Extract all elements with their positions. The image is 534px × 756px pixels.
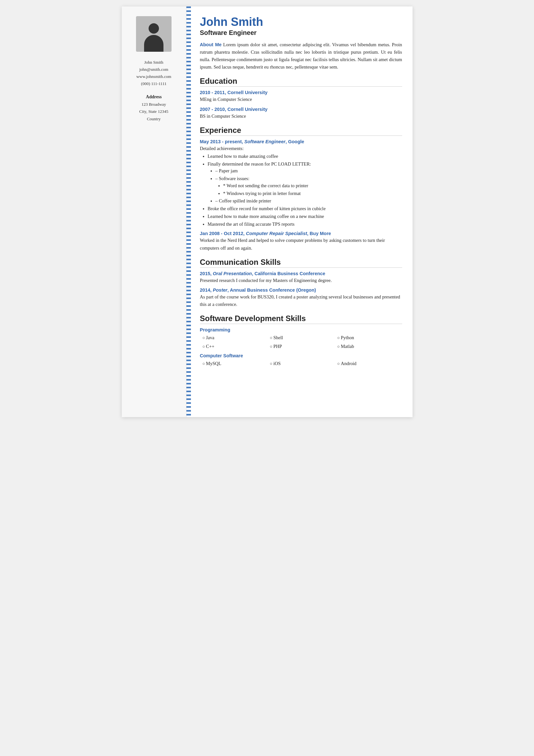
exp-1-star-2: Windows trying to print in letter format	[223, 190, 402, 197]
dotted-divider	[187, 7, 191, 417]
skills-programming-title: Programming	[200, 327, 402, 333]
skills-programming-grid: Java Shell Python C++ PHP Matlab	[203, 334, 402, 350]
exp-1-bullet-4: Learned how to make more amazing coffee …	[208, 213, 402, 220]
education-entry-1: 2010 - 2011, Cornell University MEng in …	[200, 90, 402, 103]
edu-2-title: 2007 - 2010, Cornell University	[200, 107, 402, 112]
sidebar: John Smith john@smith.com www.johnsmith.…	[122, 7, 187, 417]
exp-1-star-list: Word not sending the correct data to pri…	[223, 182, 402, 197]
comm-1-title: 2015, Oral Presentation, California Busi…	[200, 271, 402, 276]
sidebar-website: www.johnsmith.com	[136, 73, 171, 80]
skills-heading: Software Development Skills	[200, 314, 402, 324]
exp-1-dash-2: Software issues: Word not sending the co…	[216, 175, 402, 197]
exp-1-dash-1: Paper jam	[216, 168, 402, 175]
exp-1-bullet-3: Broke the office record for number of ki…	[208, 205, 402, 212]
main-content: John Smith Software Engineer About Me Lo…	[191, 7, 413, 417]
exp-1-bullet-1: Learned how to make amazing coffee	[208, 153, 402, 160]
exp-1-title: May 2013 - present, Software Engineer, G…	[200, 139, 402, 144]
skills-software-grid: MySQL iOS Android	[203, 360, 402, 368]
skill-ios: iOS	[270, 360, 335, 368]
edu-2-degree: BS in Computer Science	[200, 113, 402, 120]
about-me-label: About Me	[200, 42, 222, 47]
edu-1-title: 2010 - 2011, Cornell University	[200, 90, 402, 95]
comm-1-body: Presented research I conducted for my Ma…	[200, 277, 402, 284]
edu-1-degree: MEng in Computer Science	[200, 96, 402, 103]
address-label: Address	[146, 94, 162, 99]
skills-software-title: Computer Software	[200, 353, 402, 358]
comm-2-body: As part of the course work for BUS320, I…	[200, 293, 402, 308]
comm-2-title: 2014, Poster, Annual Business Conference…	[200, 287, 402, 293]
exp-entry-1: May 2013 - present, Software Engineer, G…	[200, 139, 402, 228]
experience-heading: Experience	[200, 126, 402, 136]
exp-2-body: Worked in the Nerd Herd and helped to so…	[200, 237, 402, 252]
skills-programming: Programming Java Shell Python C++ PHP Ma…	[200, 327, 402, 350]
skill-matlab: Matlab	[337, 342, 402, 351]
education-heading: Education	[200, 77, 402, 87]
sidebar-email: john@smith.com	[136, 66, 171, 73]
exp-1-star-1: Word not sending the correct data to pri…	[223, 182, 402, 189]
exp-1-dash-list: Paper jam Software issues: Word not send…	[216, 168, 402, 205]
resume-page: John Smith john@smith.com www.johnsmith.…	[122, 7, 413, 417]
job-title: Software Engineer	[200, 29, 402, 37]
comm-entry-1: 2015, Oral Presentation, California Busi…	[200, 271, 402, 284]
skill-shell: Shell	[270, 334, 335, 342]
name-title-block: John Smith Software Engineer	[200, 15, 402, 37]
exp-1-bullets: Learned how to make amazing coffee Final…	[208, 153, 402, 228]
skill-mysql: MySQL	[203, 360, 267, 368]
avatar-body	[144, 35, 164, 52]
address-line1: 123 Broadway	[139, 101, 168, 108]
address-line2: City, State 12345	[139, 108, 168, 115]
avatar-head	[149, 23, 159, 34]
exp-1-detail-label: Detailed achievements:	[200, 145, 402, 152]
about-me-text: Lorem ipsum dolor sit amet, consectetur …	[200, 42, 402, 70]
exp-1-bullet-5: Mastered the art of filing accurate TPS …	[208, 221, 402, 228]
skill-java: Java	[203, 334, 267, 342]
skill-php: PHP	[270, 342, 335, 351]
sidebar-phone: (000) 111-1111	[136, 80, 171, 87]
communication-heading: Communication Skills	[200, 258, 402, 268]
exp-1-body: Detailed achievements: Learned how to ma…	[200, 145, 402, 228]
contact-info: John Smith john@smith.com www.johnsmith.…	[136, 59, 171, 87]
skill-android: Android	[337, 360, 402, 368]
exp-2-title: Jan 2008 - Oct 2012, Computer Repair Spe…	[200, 231, 402, 236]
about-me-section: About Me Lorem ipsum dolor sit amet, con…	[200, 41, 402, 71]
full-name: John Smith	[200, 15, 402, 28]
avatar	[136, 16, 171, 52]
exp-1-bullet-2: Finally determined the reason for PC LOA…	[208, 161, 402, 205]
education-entry-2: 2007 - 2010, Cornell University BS in Co…	[200, 107, 402, 120]
comm-entry-2: 2014, Poster, Annual Business Conference…	[200, 287, 402, 308]
address-block: 123 Broadway City, State 12345 Country	[139, 101, 168, 122]
exp-1-dash-3: Coffee spilled inside printer	[216, 198, 402, 205]
exp-entry-2: Jan 2008 - Oct 2012, Computer Repair Spe…	[200, 231, 402, 252]
skill-python: Python	[337, 334, 402, 342]
sidebar-name: John Smith	[136, 59, 171, 66]
address-line3: Country	[139, 116, 168, 122]
skill-cpp: C++	[203, 342, 267, 351]
skills-software: Computer Software MySQL iOS Android	[200, 353, 402, 368]
